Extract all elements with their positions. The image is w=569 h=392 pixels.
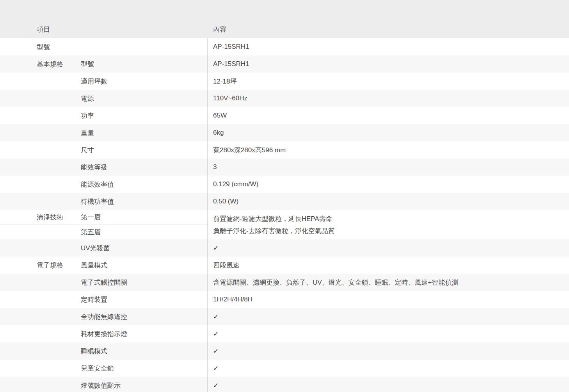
double-row-left: 清淨技術第一層第五層 bbox=[0, 210, 207, 239]
value-cell: 110V~60Hz bbox=[207, 90, 569, 107]
item-cell: 尺寸 bbox=[81, 141, 207, 159]
value-cell: AP-15SRH1 bbox=[207, 38, 569, 55]
value-cell: ✓ bbox=[207, 239, 569, 257]
check-icon: ✓ bbox=[213, 244, 219, 252]
value-cell: ✓ bbox=[207, 325, 569, 342]
category-cell bbox=[0, 107, 81, 124]
value-cell: ✓ bbox=[207, 377, 569, 392]
item-cell: 睡眠模式 bbox=[81, 342, 207, 360]
value-line: 前置濾網-過濾大型微粒，延長HEPA壽命 bbox=[213, 213, 333, 225]
item-cell: 定時裝置 bbox=[81, 291, 207, 308]
spec-table: 項目 內容 型號AP-15SRH1基本規格型號AP-15SRH1適用坪數12-1… bbox=[0, 0, 569, 392]
value-cell: 含電源開關、濾網更換、負離子、UV、燈光、安全鎖、睡眠、定時、風速+智能偵測 bbox=[207, 274, 569, 291]
value-cell: 寬280x深280x高596 mm bbox=[207, 141, 569, 159]
item-cell bbox=[81, 38, 207, 55]
value-cell: AP-15SRH1 bbox=[207, 55, 569, 73]
category-cell: 電子規格 bbox=[0, 257, 81, 274]
value-cell: 3 bbox=[207, 159, 569, 176]
value-cell: 12-18坪 bbox=[207, 73, 569, 90]
value-cell: ✓ bbox=[207, 308, 569, 325]
spec-row: 定時裝置1H/2H/4H/8H bbox=[0, 291, 569, 308]
item-cell: 風量模式 bbox=[81, 257, 207, 274]
item-cell: 能源效率值 bbox=[81, 176, 207, 193]
value-cell: ✓ bbox=[207, 342, 569, 360]
item-cell: 全功能無線遙控 bbox=[81, 308, 207, 325]
value-cell: 65W bbox=[207, 107, 569, 124]
item-cell: 重量 bbox=[81, 124, 207, 141]
category-cell bbox=[0, 325, 81, 342]
category-cell: 清淨技術 bbox=[0, 210, 81, 225]
category-cell: 基本規格 bbox=[0, 55, 81, 73]
item-cell: 兒童安全鎖 bbox=[81, 360, 207, 377]
category-cell bbox=[0, 193, 81, 210]
sub-row: 清淨技術第一層 bbox=[0, 210, 207, 225]
item-cell: 型號 bbox=[81, 55, 207, 73]
spec-row: 能效等級3 bbox=[0, 159, 569, 176]
item-cell: 耗材更換指示燈 bbox=[81, 325, 207, 342]
category-cell bbox=[0, 90, 81, 107]
check-icon: ✓ bbox=[213, 381, 219, 390]
category-cell bbox=[0, 225, 81, 239]
value-cell: 四段風速 bbox=[207, 257, 569, 274]
value-cell: 前置濾網-過濾大型微粒，延長HEPA壽命負離子淨化-去除有害微粒，淨化空氣品質 bbox=[207, 210, 569, 239]
spec-row: 電源110V~60Hz bbox=[0, 90, 569, 107]
spec-row: 兒童安全鎖✓ bbox=[0, 360, 569, 377]
item-cell: 功率 bbox=[81, 107, 207, 124]
category-cell bbox=[0, 377, 81, 392]
spec-row: 電子規格風量模式四段風速 bbox=[0, 257, 569, 274]
category-cell bbox=[0, 141, 81, 159]
check-icon: ✓ bbox=[213, 330, 219, 338]
item-cell: 電子式觸控開關 bbox=[81, 274, 207, 291]
header-content-label: 內容 bbox=[207, 25, 226, 34]
value-cell: 0.50 (W) bbox=[207, 193, 569, 210]
category-cell bbox=[0, 342, 81, 360]
category-cell bbox=[0, 308, 81, 325]
spec-row: 電子式觸控開關含電源開關、濾網更換、負離子、UV、燈光、安全鎖、睡眠、定時、風速… bbox=[0, 274, 569, 291]
item-cell: 待機功率值 bbox=[81, 193, 207, 210]
check-icon: ✓ bbox=[213, 364, 219, 372]
item-cell: 電源 bbox=[81, 90, 207, 107]
value-cell: ✓ bbox=[207, 360, 569, 377]
item-cell: 適用坪數 bbox=[81, 73, 207, 90]
category-cell bbox=[0, 73, 81, 90]
category-cell bbox=[0, 291, 81, 308]
spec-row: 睡眠模式✓ bbox=[0, 342, 569, 360]
spec-row-double: 清淨技術第一層第五層前置濾網-過濾大型微粒，延長HEPA壽命負離子淨化-去除有害… bbox=[0, 210, 569, 239]
spec-row: 重量6kg bbox=[0, 124, 569, 141]
spec-row: 型號AP-15SRH1 bbox=[0, 38, 569, 55]
table-header: 項目 內容 bbox=[0, 0, 569, 38]
value-cell: 1H/2H/4H/8H bbox=[207, 291, 569, 308]
item-cell: 第一層 bbox=[81, 213, 101, 222]
value-line: 負離子淨化-去除有害微粒，淨化空氣品質 bbox=[213, 225, 335, 237]
category-cell bbox=[0, 360, 81, 377]
check-icon: ✓ bbox=[213, 313, 219, 321]
category-cell bbox=[0, 274, 81, 291]
spec-row: 待機功率值0.50 (W) bbox=[0, 193, 569, 210]
check-icon: ✓ bbox=[213, 347, 219, 355]
category-cell bbox=[0, 239, 81, 257]
item-cell: 能效等級 bbox=[81, 159, 207, 176]
value-cell: 0.129 (cmm/W) bbox=[207, 176, 569, 193]
header-notch bbox=[0, 37, 30, 38]
item-cell: 燈號數值顯示 bbox=[81, 377, 207, 392]
spec-row: 全功能無線遙控✓ bbox=[0, 308, 569, 325]
item-cell: 第五層 bbox=[81, 228, 101, 237]
category-cell bbox=[0, 124, 81, 141]
category-cell bbox=[0, 159, 81, 176]
spec-table-body: 型號AP-15SRH1基本規格型號AP-15SRH1適用坪數12-18坪電源11… bbox=[0, 38, 569, 392]
spec-row: 適用坪數12-18坪 bbox=[0, 73, 569, 90]
item-cell: UV光殺菌 bbox=[81, 239, 207, 257]
spec-row: 能源效率值0.129 (cmm/W) bbox=[0, 176, 569, 193]
value-cell: 6kg bbox=[207, 124, 569, 141]
spec-row: UV光殺菌✓ bbox=[0, 239, 569, 257]
category-cell: 型號 bbox=[0, 38, 81, 55]
sub-row: 第五層 bbox=[0, 225, 207, 239]
category-cell bbox=[0, 176, 81, 193]
spec-row: 功率65W bbox=[0, 107, 569, 124]
spec-row: 基本規格型號AP-15SRH1 bbox=[0, 55, 569, 73]
spec-row: 燈號數值顯示✓ bbox=[0, 377, 569, 392]
spec-row: 耗材更換指示燈✓ bbox=[0, 325, 569, 342]
header-item-label: 項目 bbox=[0, 25, 207, 34]
spec-row: 尺寸寬280x深280x高596 mm bbox=[0, 141, 569, 159]
